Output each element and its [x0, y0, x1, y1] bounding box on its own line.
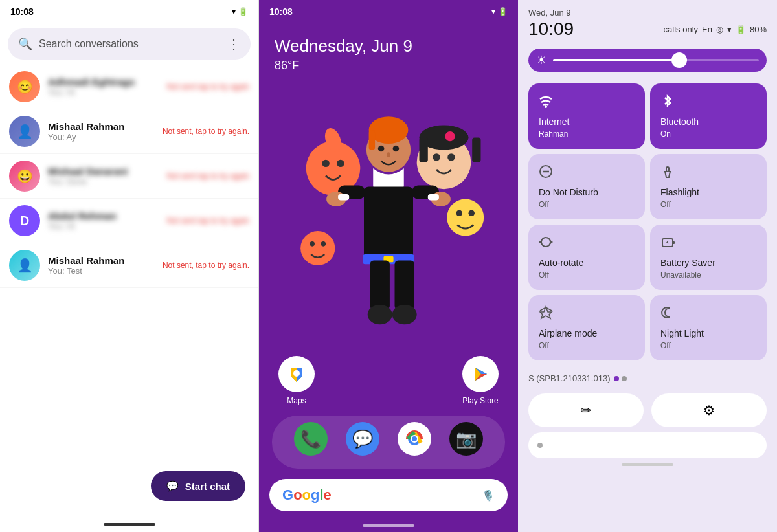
conv-preview: You: Hi: [48, 87, 159, 97]
search-placeholder-text: Search conversations: [39, 38, 221, 50]
home-illustration-svg: [278, 94, 499, 340]
brightness-icon: ☀: [536, 53, 546, 67]
messages-status-icons: ▾ 🔋: [232, 7, 248, 16]
flashlight-icon: [660, 164, 756, 182]
edit-icon: ✏: [581, 403, 592, 418]
conv-preview: You: Done: [48, 177, 159, 186]
qs-tile-autorotate[interactable]: Auto-rotate Off: [528, 225, 645, 290]
playstore-icon-wrap[interactable]: Play Store: [462, 356, 499, 405]
home-top-dock: Maps Play Store: [259, 356, 518, 405]
conv-meta: Not sent, tap to try again.: [163, 127, 249, 136]
conv-error: Not sent, tap to try again.: [163, 261, 249, 270]
qs-tile-battery-saver[interactable]: Battery Saver Unavailable: [650, 225, 767, 290]
conv-name: Mishaal Rahman: [48, 121, 155, 132]
conv-content: Mishaal Rahman You: Test: [48, 255, 155, 276]
svg-rect-23: [428, 194, 439, 201]
camera-icon-wrap[interactable]: 📷: [449, 422, 483, 456]
list-item[interactable]: 😊 Adhmadi Eghtrago You: Hi Not sent tap …: [0, 65, 258, 109]
battery-saver-icon: [660, 235, 756, 252]
chrome-icon-wrap[interactable]: [398, 422, 431, 456]
qs-date: Wed, Jun 9: [528, 8, 767, 17]
qs-time-row: 10:09 calls only En ◎ ▾ 🔋 80%: [528, 19, 767, 39]
svg-point-28: [368, 305, 392, 324]
brightness-thumb[interactable]: [671, 52, 687, 68]
phone-icon: 📞: [300, 429, 321, 449]
tile-nightlight-name: Night Light: [660, 328, 756, 338]
svg-point-40: [293, 370, 300, 377]
avatar-face: 😀: [17, 168, 33, 184]
google-logo: Google: [282, 487, 332, 504]
messages-icon-wrap[interactable]: 💬: [346, 422, 379, 456]
tile-dnd-status: Off: [539, 200, 635, 209]
svg-point-33: [300, 231, 335, 265]
qs-build-info: S (SPB1.210331.013): [518, 366, 777, 388]
conv-content: Abdul Rehman You: Hi: [48, 210, 159, 231]
qs-tile-airplane[interactable]: Airplane mode Off: [528, 295, 645, 360]
tile-battery-saver-status: Unavailable: [660, 271, 756, 280]
tile-autorotate-status: Off: [539, 271, 635, 280]
svg-point-10: [445, 131, 455, 141]
avatar: D: [9, 205, 40, 236]
internet-icon: [539, 94, 635, 111]
autorotate-icon: [539, 235, 635, 252]
qs-tile-internet[interactable]: Internet Rahman: [528, 83, 645, 149]
qs-top-bar: Wed, Jun 9 10:09 calls only En ◎ ▾ 🔋 80%: [518, 0, 777, 42]
qs-settings-button[interactable]: ⚙: [651, 393, 767, 427]
qs-tile-dnd[interactable]: Do Not Disturb Off: [528, 154, 645, 219]
avatar: 👤: [9, 250, 40, 281]
qs-page-dots: [614, 376, 627, 381]
svg-point-5: [433, 153, 440, 161]
conv-meta: Not sent tap to try again: [167, 82, 249, 91]
list-item[interactable]: 👤 Mishaal Rahman You: Ay Not sent, tap t…: [0, 109, 258, 154]
home-time: 10:08: [269, 6, 293, 17]
brightness-slider[interactable]: ☀: [528, 49, 767, 72]
tile-bluetooth-status: On: [660, 129, 756, 139]
qs-time: 10:09: [528, 19, 574, 39]
svg-rect-8: [420, 138, 428, 162]
phone-icon-wrap[interactable]: 📞: [294, 422, 328, 456]
qs-home-indicator: [622, 463, 673, 466]
svg-point-2: [337, 160, 344, 167]
conv-preview: You: Ay: [48, 132, 155, 142]
list-item[interactable]: 👤 Mishaal Rahman You: Test Not sent, tap…: [0, 243, 258, 288]
google-search-bar[interactable]: Google 🎙️: [269, 479, 508, 511]
start-chat-button[interactable]: 💬 Start chat: [151, 471, 245, 501]
conv-meta: Not sent tap to try again: [167, 172, 249, 181]
qs-bottom-buttons: ✏ ⚙: [518, 388, 777, 432]
avatar-letter: D: [20, 214, 29, 228]
brightness-track: [553, 59, 759, 61]
camera-icon: 📷: [456, 429, 477, 449]
messages-status-bar: 10:08 ▾ 🔋: [0, 0, 258, 23]
qs-tile-flashlight[interactable]: Flashlight Off: [650, 154, 767, 219]
qs-edit-button[interactable]: ✏: [528, 393, 644, 427]
conv-error: Not sent tap to try again: [167, 82, 249, 91]
qs-battery-icon: 🔋: [736, 25, 746, 34]
search-bar[interactable]: 🔍 Search conversations ⋮: [8, 28, 251, 60]
qs-tile-bluetooth[interactable]: Bluetooth On: [650, 83, 767, 149]
avatar-face: 👤: [17, 258, 33, 273]
list-item[interactable]: 😀 Mishaal Danarani You: Done Not sent ta…: [0, 154, 258, 199]
conv-error: Not sent tap to try again: [167, 172, 249, 181]
search-icon: 🔍: [18, 37, 32, 51]
list-item[interactable]: D Abdul Rehman You: Hi Not sent tap to t…: [0, 199, 258, 243]
messages-time: 10:08: [10, 6, 34, 17]
svg-point-16: [387, 152, 390, 157]
svg-point-35: [321, 241, 326, 247]
home-date-widget: Wednesday, Jun 9 86°F: [259, 23, 518, 79]
qs-tile-nightlight[interactable]: Night Light Off: [650, 295, 767, 360]
home-bottom-dock: 📞 💬 📷: [272, 416, 505, 469]
more-options-icon[interactable]: ⋮: [227, 36, 240, 52]
battery-icon: 🔋: [238, 7, 248, 16]
bluetooth-icon: [660, 94, 756, 111]
maps-icon-wrap[interactable]: Maps: [278, 356, 315, 405]
qs-nfc-icon: ◎: [716, 25, 723, 34]
svg-point-52: [545, 105, 547, 108]
tile-nightlight-status: Off: [660, 341, 756, 350]
conv-preview: You: Test: [48, 266, 155, 276]
tile-autorotate-name: Auto-rotate: [539, 258, 635, 268]
qs-dot-2: [622, 376, 627, 381]
home-panel: 10:08 ▾ 🔋 Wednesday, Jun 9 86°F: [259, 0, 518, 532]
chrome-icon: [404, 428, 425, 449]
tile-internet-status: Rahman: [539, 129, 635, 139]
avatar: 😀: [9, 161, 40, 192]
